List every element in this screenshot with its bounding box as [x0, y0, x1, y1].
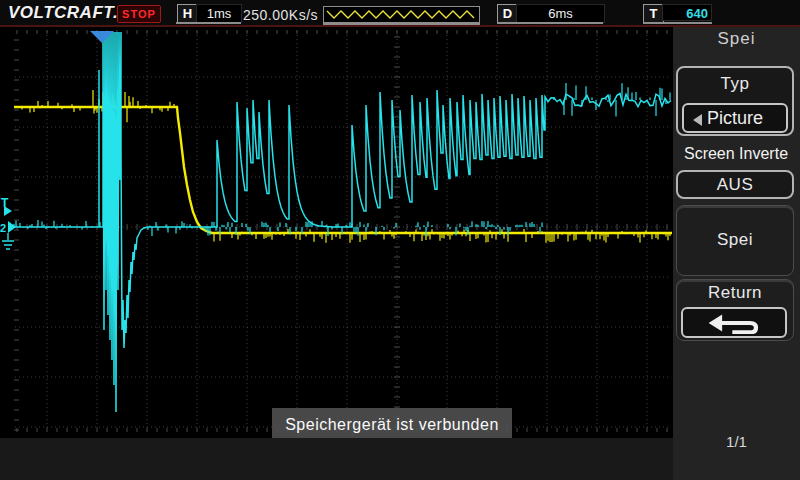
- type-softkey[interactable]: Typ Picture: [676, 66, 794, 136]
- chevron-left-icon: [693, 114, 702, 126]
- waveform-thumbnail: [324, 7, 477, 22]
- brand-logo: VOLTCRAFT.: [8, 3, 118, 23]
- menu-title: Spei: [673, 29, 800, 49]
- sample-rate: 250.00Ks/s: [243, 7, 318, 23]
- delay-badge: D: [497, 4, 518, 23]
- oscilloscope-screen: VOLTCRAFT. STOP H 1ms 250.00Ks/s T D 6ms…: [0, 0, 800, 480]
- menu-page-indicator: 1/1: [673, 433, 800, 450]
- type-value: Picture: [707, 108, 763, 128]
- svg-text:2: 2: [0, 222, 6, 234]
- timebase-underline: [176, 22, 241, 24]
- delay-underline: [497, 22, 603, 24]
- softkey-menu: Spei Typ Picture Screen Inverte AUS Spei…: [673, 27, 800, 480]
- channel-status-bar: 1DCBW2V2DCBW2V3ACBW2mV4ACBW20mV: [0, 438, 673, 480]
- screen-invert-value: AUS: [678, 172, 792, 197]
- save-softkey[interactable]: Spei: [676, 205, 794, 276]
- trigger-level-value[interactable]: 640: [662, 4, 712, 21]
- waveform-graticule: T2: [0, 30, 672, 432]
- return-softkey[interactable]: Return: [676, 279, 794, 341]
- trigger-badge: T: [643, 4, 664, 23]
- back-arrow-icon: [702, 312, 766, 334]
- timebase-value[interactable]: 1ms: [196, 4, 242, 23]
- type-value-box[interactable]: Picture: [682, 103, 788, 133]
- type-label: Typ: [678, 74, 792, 94]
- status-message-toast: Speichergerät ist verbunden: [272, 408, 512, 441]
- waveform-display-area: T2 Speichergerät ist verbunden: [0, 30, 672, 432]
- return-label: Return: [677, 283, 793, 303]
- channel2-level-icon: [8, 221, 16, 233]
- delay-value[interactable]: 6ms: [516, 4, 605, 23]
- save-label: Spei: [677, 206, 793, 273]
- horizontal-badge: H: [177, 4, 198, 23]
- return-icon-box[interactable]: [681, 307, 787, 338]
- ground-symbol-icon: [2, 233, 14, 249]
- run-stop-indicator[interactable]: STOP: [117, 5, 161, 23]
- screen-invert-softkey[interactable]: AUS: [676, 170, 794, 199]
- trigger-underline: [643, 22, 712, 24]
- top-status-bar: VOLTCRAFT. STOP H 1ms 250.00Ks/s T D 6ms…: [0, 0, 800, 26]
- screen-invert-label: Screen Inverte: [665, 145, 800, 163]
- wavebox-underline: [323, 22, 480, 24]
